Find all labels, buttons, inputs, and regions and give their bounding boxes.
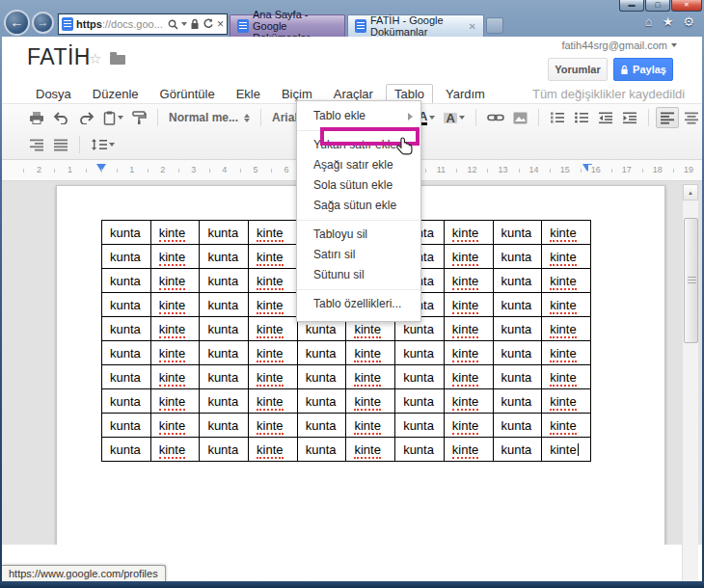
table-cell[interactable]: kinte <box>150 221 200 245</box>
table-cell[interactable]: kinte <box>249 414 298 438</box>
table-cell[interactable]: kunta <box>102 221 151 245</box>
table-cell[interactable]: kinte <box>346 365 395 389</box>
menubar-item-dosya[interactable]: Dosya <box>27 84 80 104</box>
table-cell[interactable]: kinte <box>150 341 200 365</box>
table-cell[interactable]: kunta <box>395 341 445 365</box>
table-cell[interactable]: kunta <box>102 245 151 269</box>
refresh-icon[interactable] <box>203 18 214 30</box>
paste-dropdown-icon[interactable] <box>118 116 123 120</box>
table-cell[interactable]: kunta <box>102 317 151 341</box>
table-cell[interactable]: kinte <box>150 293 200 317</box>
table-cell[interactable]: kinte <box>444 389 493 414</box>
menu-item[interactable]: Sağa sütun ekle <box>297 196 420 216</box>
menu-item[interactable]: Sütunu sil <box>297 265 420 285</box>
table-cell[interactable]: kinte <box>346 414 395 438</box>
bulleted-list-icon[interactable] <box>574 111 589 124</box>
table-cell[interactable]: kinte <box>444 341 493 365</box>
table-cell[interactable]: kunta <box>200 438 249 462</box>
table-cell[interactable]: kunta <box>493 245 542 269</box>
menubar-item-ekle[interactable]: Ekle <box>228 84 269 104</box>
table-cell[interactable]: kinte <box>542 389 591 414</box>
table-cell[interactable]: kinte <box>150 365 200 389</box>
align-right-icon[interactable] <box>29 138 44 151</box>
table-cell[interactable]: kinte <box>542 293 591 317</box>
redo-icon[interactable] <box>78 112 95 124</box>
table-cell[interactable]: kinte <box>542 414 591 438</box>
table-cell[interactable]: kunta <box>102 438 151 462</box>
table-cell[interactable]: kunta <box>102 341 151 365</box>
table-cell[interactable]: kunta <box>395 365 445 389</box>
table-cell[interactable]: kunta <box>297 389 346 414</box>
scrollbar-thumb[interactable] <box>684 218 698 343</box>
table-cell[interactable]: kinte <box>249 293 298 317</box>
menubar-item-görüntüle[interactable]: Görüntüle <box>151 84 224 104</box>
table-cell[interactable]: kinte <box>542 269 591 293</box>
table-cell[interactable]: kinte <box>346 341 395 365</box>
table-cell[interactable]: kunta <box>493 438 542 462</box>
table-cell[interactable]: kunta <box>395 438 445 462</box>
print-icon[interactable] <box>29 111 44 124</box>
table-cell[interactable]: kinte <box>444 365 493 389</box>
font-dropdown[interactable]: Arial <box>272 111 298 124</box>
table-cell[interactable]: kinte <box>444 245 493 269</box>
comments-button[interactable]: Yorumlar <box>548 58 608 81</box>
line-spacing-icon[interactable] <box>91 138 115 151</box>
line-spacing-dropdown-icon[interactable] <box>109 143 115 147</box>
table-cell[interactable]: kinte <box>150 414 200 438</box>
table-cell[interactable]: kunta <box>102 365 151 389</box>
maximize-button[interactable]: ▢ <box>645 0 670 12</box>
styles-dropdown[interactable]: Normal me... <box>169 111 250 124</box>
table-cell[interactable]: kinte <box>542 245 591 269</box>
table-cell[interactable]: kunta <box>200 221 249 245</box>
table-cell[interactable]: kunta <box>493 365 542 389</box>
table-cell[interactable]: kunta <box>200 293 249 317</box>
menu-item[interactable]: Tabloyu sil <box>297 225 420 245</box>
paste-icon[interactable] <box>103 111 123 125</box>
home-icon[interactable]: ⌂ <box>645 14 653 29</box>
search-icon[interactable] <box>168 19 178 30</box>
table-cell[interactable]: kunta <box>102 414 151 438</box>
folder-icon[interactable] <box>110 55 125 65</box>
menu-item[interactable]: Tablo ekle <box>297 106 420 126</box>
table-cell[interactable]: kinte <box>346 389 395 414</box>
insert-image-icon[interactable] <box>513 112 528 124</box>
table-cell[interactable]: kinte <box>150 389 200 414</box>
table-cell[interactable]: kinte <box>542 365 591 389</box>
url-text[interactable]: https://docs.goo... <box>76 18 165 30</box>
share-button[interactable]: Paylaş <box>613 58 673 81</box>
table-cell[interactable]: kinte <box>542 341 591 365</box>
table-cell[interactable]: kunta <box>493 389 542 414</box>
undo-icon[interactable] <box>53 112 69 124</box>
table-cell[interactable]: kunta <box>102 389 151 414</box>
address-bar[interactable]: https://docs.goo... × <box>58 13 228 35</box>
table-cell[interactable]: kunta <box>102 293 151 317</box>
menu-item[interactable]: Sola sütun ekle <box>297 175 420 196</box>
close-button[interactable]: ✕ <box>671 0 702 12</box>
table-cell[interactable]: kunta <box>493 269 542 293</box>
table-cell[interactable]: kinte <box>249 341 298 365</box>
scroll-up-icon[interactable]: ▲ <box>683 184 698 200</box>
table-cell[interactable]: kinte <box>150 317 200 341</box>
table-cell[interactable]: kunta <box>200 317 249 341</box>
star-document-icon[interactable]: ☆ <box>89 50 101 67</box>
minimize-button[interactable]: ▬ <box>619 0 644 12</box>
stop-icon[interactable]: × <box>217 17 224 31</box>
decrease-indent-icon[interactable] <box>598 111 613 124</box>
menu-item[interactable]: Tablo özellikleri... <box>297 294 420 314</box>
table-cell[interactable]: kinte <box>444 438 493 462</box>
table-cell[interactable]: kunta <box>200 341 249 365</box>
table-cell[interactable]: kinte <box>249 438 298 462</box>
table-cell[interactable]: kinte <box>542 317 591 341</box>
table-cell[interactable]: kunta <box>297 365 346 389</box>
justify-icon[interactable] <box>53 138 68 151</box>
table-cell[interactable]: kinte <box>249 221 298 245</box>
table-cell[interactable]: kunta <box>493 341 542 365</box>
table-cell[interactable]: kunta <box>395 414 445 438</box>
table-cell[interactable]: kunta <box>493 317 542 341</box>
tab-close-icon[interactable]: ✕ <box>469 21 476 32</box>
align-left-icon[interactable] <box>656 107 679 128</box>
table-cell[interactable]: kunta <box>200 389 249 414</box>
align-center-icon[interactable] <box>684 111 699 124</box>
favorites-star-icon[interactable]: ★ <box>663 14 674 29</box>
account-menu[interactable]: fatih44srg@gmail.com <box>561 40 677 51</box>
